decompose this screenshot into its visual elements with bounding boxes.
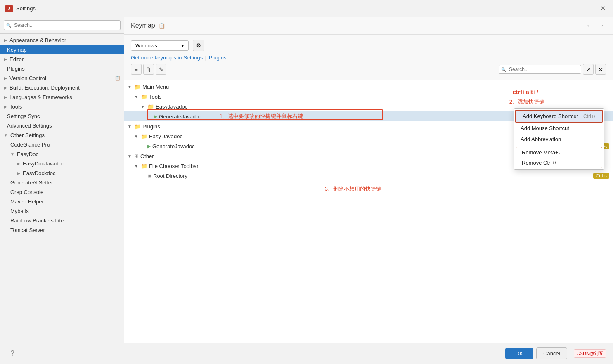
page-title: Keymap bbox=[131, 22, 155, 29]
menu-item-label: Add Keyboard Shortcut bbox=[523, 113, 578, 119]
sidebar-item-plugins[interactable]: Plugins bbox=[0, 64, 124, 73]
other-folder-icon: ⊞ bbox=[134, 153, 139, 159]
menu-item-label: Add Mouse Shortcut bbox=[521, 125, 569, 131]
copy-icon[interactable]: 📋 bbox=[159, 23, 165, 29]
file-icon: ▶ bbox=[154, 114, 157, 119]
sidebar-item-settings-sync[interactable]: Settings Sync bbox=[0, 111, 124, 121]
sidebar-item-keymap[interactable]: Keymap bbox=[0, 45, 124, 54]
forward-arrow[interactable]: → bbox=[596, 21, 606, 30]
sidebar-item-tools[interactable]: ▶ Tools bbox=[0, 102, 124, 111]
folder-icon: 📁 bbox=[141, 133, 147, 139]
filter-wrapper bbox=[499, 65, 581, 74]
content-header: Keymap 📋 ← → bbox=[124, 17, 613, 35]
expand-icon: ▼ bbox=[134, 95, 139, 99]
nav-tree: ▶ Appearance & Behavior Keymap ▶ Editor … bbox=[0, 34, 124, 343]
tree-item-label: File Chooser Toolbar bbox=[149, 163, 199, 169]
vc-icon: 📋 bbox=[115, 76, 121, 81]
tree-item-label: Plugins bbox=[142, 123, 160, 130]
keymap-top-row: Windows ▾ ⚙ bbox=[131, 40, 606, 51]
sidebar-item-rainbow[interactable]: Rainbow Brackets Lite bbox=[0, 216, 124, 225]
tree-item-main-menu[interactable]: ▼ 📁 Main Menu bbox=[124, 82, 613, 92]
context-menu-remove-meta[interactable]: Remove Meta+\ bbox=[516, 147, 602, 158]
context-menu-add-keyboard[interactable]: Add Keyboard Shortcut Ctrl+\ bbox=[515, 110, 603, 123]
sidebar-item-codeglance[interactable]: CodeGlance Pro bbox=[0, 140, 124, 149]
settings-dialog: J Settings ✕ ▶ Appearance & Behavior bbox=[0, 0, 613, 364]
plugins-link[interactable]: Plugins bbox=[209, 54, 227, 61]
gear-button[interactable]: ⚙ bbox=[193, 40, 204, 51]
keymap-dropdown[interactable]: Windows ▾ bbox=[131, 40, 189, 51]
keymap-links: Get more keymaps in Settings | Plugins bbox=[131, 54, 606, 61]
expand-icon: ▼ bbox=[128, 124, 133, 129]
sidebar-search-box bbox=[0, 17, 124, 34]
folder-icon: 📁 bbox=[141, 163, 147, 169]
sidebar-search-wrapper bbox=[4, 20, 121, 30]
search-filter: ⤢ ✕ bbox=[499, 64, 606, 75]
menu-separator bbox=[514, 146, 604, 146]
cancel-button[interactable]: Cancel bbox=[536, 347, 567, 359]
expand-icon: ▼ bbox=[141, 104, 146, 109]
context-menu-remove-ctrl[interactable]: Remove Ctrl+\ bbox=[516, 158, 602, 168]
sidebar-item-editor[interactable]: ▶ Editor bbox=[0, 54, 124, 64]
tree-item-tools[interactable]: ▼ 📁 Tools bbox=[124, 92, 613, 102]
chevron-right-icon: ▶ bbox=[4, 57, 7, 61]
shortcut-badge: Ctrl+\ bbox=[593, 173, 609, 179]
csdn-badge: CSDN@刘五 bbox=[574, 349, 606, 358]
filter-clear-button[interactable]: ✕ bbox=[595, 64, 606, 75]
sidebar-item-easydoc[interactable]: ▼ EasyDoc bbox=[0, 149, 124, 159]
filter-input[interactable] bbox=[499, 65, 581, 74]
expand-icon: ▼ bbox=[128, 85, 133, 89]
sidebar-item-easydoc-javadoc[interactable]: ▶ EasyDocJavadoc bbox=[0, 159, 124, 168]
sidebar-item-tomcat[interactable]: Tomcat Server bbox=[0, 225, 124, 235]
expand-all-button[interactable]: ≡ bbox=[131, 64, 142, 75]
sidebar-item-maven[interactable]: Maven Helper bbox=[0, 197, 124, 206]
context-menu-add-abbreviation[interactable]: Add Abbreviation bbox=[514, 134, 604, 145]
tree-item-label: Root Directory bbox=[153, 173, 187, 179]
sidebar-item-other[interactable]: ▼ Other Settings bbox=[0, 130, 124, 140]
chevron-right-icon: ▶ bbox=[4, 95, 7, 99]
close-button[interactable]: ✕ bbox=[598, 4, 608, 14]
filter-expand-button[interactable]: ⤢ bbox=[583, 64, 594, 75]
chevron-right-icon: ▶ bbox=[4, 85, 7, 90]
main-content: ▶ Appearance & Behavior Keymap ▶ Editor … bbox=[0, 17, 613, 343]
menu-item-label: Add Abbreviation bbox=[521, 136, 561, 142]
sidebar-item-easydoc-kdoc[interactable]: ▶ EasyDockdoc bbox=[0, 168, 124, 178]
dropdown-chevron: ▾ bbox=[181, 43, 184, 49]
footer-left: ? bbox=[7, 349, 18, 358]
sidebar-search-input[interactable] bbox=[4, 20, 121, 30]
context-menu-add-mouse[interactable]: Add Mouse Shortcut bbox=[514, 123, 604, 134]
title-bar-left: J Settings bbox=[5, 5, 36, 12]
nav-arrows: ← → bbox=[585, 21, 606, 30]
sidebar-item-version-control[interactable]: ▶ Version Control 📋 bbox=[0, 73, 124, 83]
sidebar-item-appearance[interactable]: ▶ Appearance & Behavior bbox=[0, 35, 124, 45]
tree-item-root-directory[interactable]: ▣ Root Directory Ctrl+\ bbox=[124, 171, 613, 181]
ok-button[interactable]: OK bbox=[505, 348, 533, 359]
remove-section: Remove Meta+\ Remove Ctrl+\ bbox=[516, 147, 602, 168]
step3-annotation: 3、删除不想用的快捷键 bbox=[325, 185, 381, 193]
tree-item-label: GenerateJavadoc bbox=[152, 143, 195, 149]
back-arrow[interactable]: ← bbox=[585, 21, 594, 30]
sidebar-item-advanced[interactable]: Advanced Settings bbox=[0, 121, 124, 130]
title-bar: J Settings ✕ bbox=[0, 0, 613, 17]
tree-item-label: Tools bbox=[149, 94, 161, 100]
tree-item-label: Easy Javadoc bbox=[149, 133, 182, 139]
expand-icon: ▼ bbox=[134, 134, 139, 139]
context-menu: Add Keyboard Shortcut Ctrl+\ Add Mouse S… bbox=[514, 108, 604, 170]
chevron-down-icon: ▼ bbox=[10, 152, 14, 156]
sidebar-item-generate-all-setter[interactable]: GenerateAllSetter bbox=[0, 178, 124, 187]
sidebar-item-mybatis[interactable]: Mybatis bbox=[0, 206, 124, 216]
sidebar-item-build[interactable]: ▶ Build, Execution, Deployment bbox=[0, 83, 124, 92]
folder-icon: 📁 bbox=[141, 94, 147, 100]
chevron-right-icon: ▶ bbox=[4, 38, 7, 43]
sidebar-item-languages[interactable]: ▶ Languages & Frameworks bbox=[0, 92, 124, 102]
expand-icon: ▼ bbox=[134, 164, 139, 168]
help-button[interactable]: ? bbox=[7, 349, 18, 358]
edit-button[interactable]: ✎ bbox=[156, 64, 166, 75]
keymap-controls: Windows ▾ ⚙ Get more keymaps in Settings… bbox=[124, 35, 613, 80]
chevron-down-icon: ▼ bbox=[4, 133, 8, 137]
sidebar-item-grep[interactable]: Grep Console bbox=[0, 187, 124, 197]
get-more-keymaps-link[interactable]: Get more keymaps in Settings bbox=[131, 54, 203, 61]
collapse-all-button[interactable]: ⇅ bbox=[143, 64, 154, 75]
dialog-title: Settings bbox=[16, 5, 36, 12]
chevron-right-icon: ▶ bbox=[17, 171, 20, 175]
step1-annotation: 1、选中要修改的快捷键并鼠标右键 bbox=[220, 113, 303, 120]
